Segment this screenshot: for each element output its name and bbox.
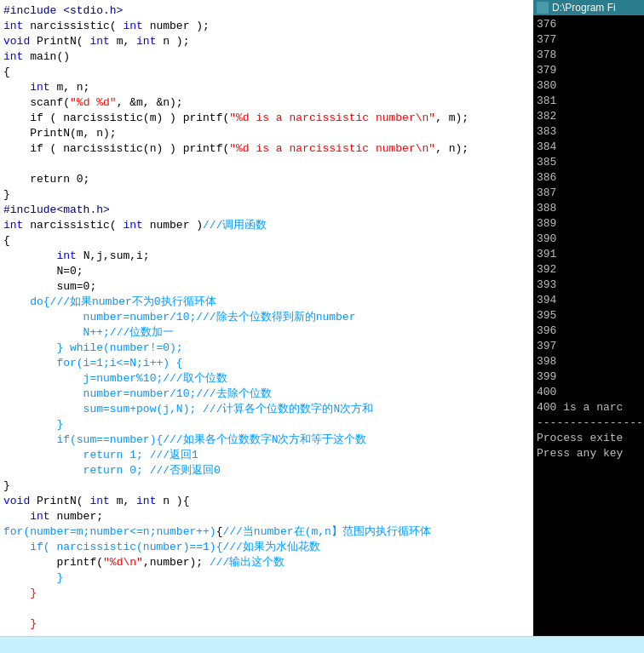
code-line: number=number/10;///除去个位数得到新的number — [0, 310, 533, 325]
code-line: PrintN(m, n); — [0, 126, 533, 141]
code-panel[interactable]: #include <stdio.h>int narcissistic( int … — [0, 0, 533, 653]
output-title-icon — [537, 2, 549, 14]
code-line: return 0; ///否则返回0 — [0, 463, 533, 478]
output-number-line: 390 — [537, 232, 641, 247]
code-line: } — [0, 187, 533, 203]
code-line: } — [0, 478, 533, 494]
output-number-line: 389 — [537, 216, 641, 232]
code-line: #include <stdio.h> — [0, 3, 533, 19]
code-line: N=0; — [0, 264, 533, 279]
output-number-line: 391 — [537, 247, 641, 262]
output-number-line: 387 — [537, 186, 641, 201]
bottom-bar — [0, 636, 644, 653]
output-number-line: 377 — [537, 32, 641, 48]
code-line: int number; — [0, 509, 533, 524]
output-panel: D:\Program Fi 37637737837938038138238338… — [533, 0, 644, 653]
code-line: for(number=m;number<=n;number++){///当num… — [0, 524, 533, 540]
output-number-line: 394 — [537, 293, 641, 308]
output-number-line: 382 — [537, 109, 641, 124]
code-line: scanf("%d %d", &m, &n); — [0, 95, 533, 111]
output-number-line: 399 — [537, 369, 641, 385]
code-line: printf("%d\n",number); ///输出这个数 — [0, 555, 533, 570]
output-number-line: 396 — [537, 324, 641, 339]
code-line: void PrintN( int m, int n ); — [0, 34, 533, 49]
output-number-line: 400 — [537, 385, 641, 400]
code-line: int N,j,sum,i; — [0, 249, 533, 264]
output-number-line: 378 — [537, 48, 641, 63]
code-line: if ( narcissistic(m) ) printf("%d is a n… — [0, 111, 533, 126]
code-line: if ( narcissistic(n) ) printf("%d is a n… — [0, 141, 533, 157]
code-line: if( narcissistic(number)==1){///如果为水仙花数 — [0, 540, 533, 555]
output-number-line: 385 — [537, 155, 641, 170]
code-line: } — [0, 417, 533, 432]
code-line: } while(number!=0); — [0, 341, 533, 356]
output-number-line: 386 — [537, 170, 641, 186]
output-number-line: 395 — [537, 308, 641, 324]
output-number-line: 388 — [537, 201, 641, 216]
code-line: int narcissistic( int number )///调用函数 — [0, 218, 533, 233]
code-line: int narcissistic( int number ); — [0, 19, 533, 34]
code-line: do{///如果number不为0执行循环体 — [0, 295, 533, 310]
code-line: for(i=1;i<=N;i++) { — [0, 356, 533, 371]
code-line: return 1; ///返回1 — [0, 448, 533, 463]
code-line: sum=sum+pow(j,N); ///计算各个位数的数字的N次方和 — [0, 402, 533, 417]
code-line: sum=0; — [0, 279, 533, 295]
code-line: j=number%10;///取个位数 — [0, 371, 533, 387]
output-number-line: 381 — [537, 94, 641, 109]
code-line: #include<math.h> — [0, 203, 533, 218]
code-line: N++;///位数加一 — [0, 325, 533, 341]
output-press-line: Press any key — [537, 446, 641, 461]
code-line — [0, 157, 533, 172]
output-number-line: 380 — [537, 78, 641, 94]
code-line: number=number/10;///去除个位数 — [0, 387, 533, 402]
output-number-line: 383 — [537, 124, 641, 140]
output-content: 3763773783793803813823833843853863873883… — [533, 15, 644, 463]
output-number-line: 398 — [537, 354, 641, 369]
output-narc-line: 400 is a narc — [537, 400, 641, 415]
output-number-line: 376 — [537, 17, 641, 32]
code-line: int m, n; — [0, 80, 533, 95]
code-line — [0, 601, 533, 616]
output-number-line: 379 — [537, 63, 641, 78]
code-line: { — [0, 233, 533, 249]
code-line: { — [0, 65, 533, 80]
output-title-text: D:\Program Fi — [552, 2, 616, 14]
output-number-line: 397 — [537, 339, 641, 354]
code-line: void PrintN( int m, int n ){ — [0, 494, 533, 509]
main-container: #include <stdio.h>int narcissistic( int … — [0, 0, 644, 653]
output-title-bar: D:\Program Fi — [533, 0, 644, 15]
output-number-line: 384 — [537, 140, 641, 155]
code-line: if(sum==number){///如果各个位数数字N次方和等于这个数 — [0, 432, 533, 448]
code-line: return 0; — [0, 172, 533, 187]
code-line: } — [0, 616, 533, 632]
output-number-line: 393 — [537, 278, 641, 293]
code-line: } — [0, 586, 533, 601]
code-line: } — [0, 570, 533, 586]
output-number-line: 392 — [537, 262, 641, 278]
code-line: int main() — [0, 49, 533, 65]
output-process-line: Process exite — [537, 431, 641, 446]
output-divider-line: -------------------- — [537, 415, 641, 431]
